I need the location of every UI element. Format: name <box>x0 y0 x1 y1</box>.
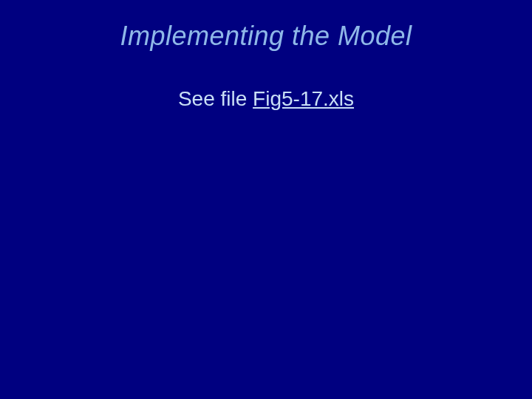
body-prefix-text: See file <box>178 87 253 110</box>
file-link[interactable]: Fig5-17.xls <box>253 87 354 110</box>
slide-body-line: See file Fig5-17.xls <box>0 87 532 111</box>
slide: Implementing the Model See file Fig5-17.… <box>0 0 532 399</box>
slide-title: Implementing the Model <box>0 21 532 52</box>
